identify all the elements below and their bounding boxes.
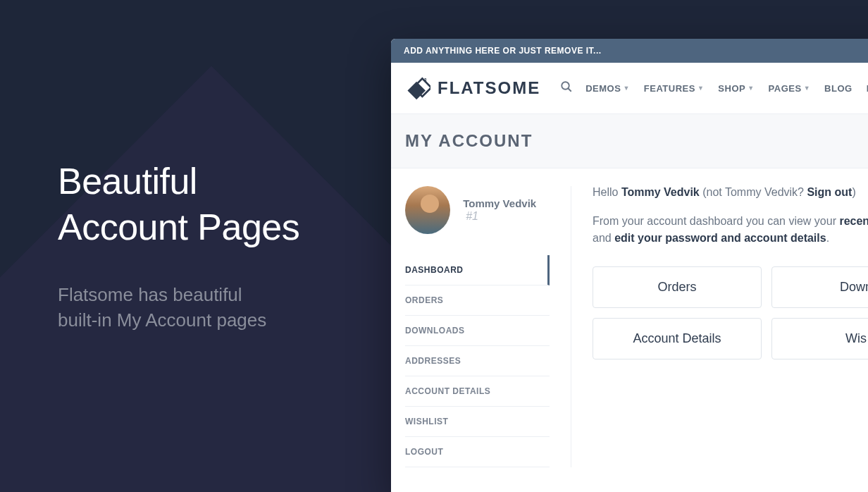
search-icon[interactable] (560, 80, 573, 96)
profile-block: Tommy Vedvik #1 (405, 186, 550, 234)
chevron-down-icon: ▼ (748, 85, 754, 92)
nav-item-blog[interactable]: BLOG (824, 83, 852, 94)
greeting-text: Hello (593, 186, 621, 198)
chevron-down-icon: ▼ (623, 85, 629, 92)
logo-text: FLATSOME (438, 78, 540, 98)
dashboard-main: Hello Tommy Vedvik (not Tommy Vedvik? Si… (593, 186, 868, 467)
main-nav: DEMOS ▼ FEATURES ▼ SHOP ▼ PAGES ▼ BLOG E… (585, 83, 868, 94)
tile-wishlist[interactable]: Wis (771, 318, 868, 359)
promo-title-line: Beautiful (58, 161, 197, 202)
account-menu: DASHBOARD ORDERS DOWNLOADS ADDRESSES ACC… (405, 255, 550, 467)
chevron-down-icon: ▼ (804, 85, 810, 92)
topbar: ADD ANYTHING HERE OR JUST REMOVE IT... A… (391, 39, 868, 63)
nav-label: DEMOS (585, 83, 621, 94)
tile-account-details[interactable]: Account Details (593, 318, 762, 359)
greeting-text: (not Tommy Vedvik? (700, 186, 807, 198)
browser-window: ADD ANYTHING HERE OR JUST REMOVE IT... A… (391, 39, 868, 492)
nav-label: PAGES (769, 83, 802, 94)
vertical-divider (571, 186, 571, 467)
profile-name-wrap: Tommy Vedvik #1 (463, 197, 550, 223)
greeting-name: Tommy Vedvik (621, 186, 700, 198)
flatsome-logo-icon: 3 (405, 75, 430, 101)
sidebar-item-addresses[interactable]: ADDRESSES (405, 346, 550, 376)
desc-text: From your account dashboard you can view… (593, 215, 839, 227)
svg-line-4 (568, 88, 571, 92)
svg-text:3: 3 (424, 78, 427, 82)
page-title-bar: MY ACCOUNT (391, 114, 868, 168)
promo-title-line: Account Pages (58, 207, 299, 247)
tile-downloads[interactable]: Down (771, 266, 868, 308)
account-sidebar: Tommy Vedvik #1 DASHBOARD ORDERS DOWNLOA… (405, 186, 550, 467)
promo-sub-line: built-in My Account pages (58, 309, 266, 331)
topbar-links: About | Our St (863, 46, 868, 56)
sign-out-link[interactable]: Sign out (807, 186, 852, 198)
sidebar-item-account-details[interactable]: ACCOUNT DETAILS (405, 376, 550, 407)
site-header: 3 FLATSOME DEMOS ▼ FEATURES ▼ SHOP ▼ PA (391, 63, 868, 114)
sidebar-item-wishlist[interactable]: WISHLIST (405, 407, 550, 437)
promo-copy: Beautiful Account Pages Flatsome has bea… (58, 159, 299, 333)
sidebar-item-orders[interactable]: ORDERS (405, 285, 550, 316)
chevron-down-icon: ▼ (698, 85, 704, 92)
promo-sub-line: Flatsome has beautiful (58, 284, 242, 305)
profile-badge: #1 (466, 210, 478, 222)
account-body: Tommy Vedvik #1 DASHBOARD ORDERS DOWNLOA… (391, 168, 868, 492)
dashboard-description: From your account dashboard you can view… (593, 213, 868, 247)
promo-title: Beautiful Account Pages (58, 159, 299, 250)
topbar-message: ADD ANYTHING HERE OR JUST REMOVE IT... (404, 46, 602, 56)
recent-orders-link[interactable]: recen (839, 215, 868, 227)
page-title: MY ACCOUNT (405, 131, 868, 151)
desc-text: . (826, 232, 829, 244)
nav-label: SHOP (718, 83, 745, 94)
sidebar-item-logout[interactable]: LOGOUT (405, 437, 550, 467)
nav-item-pages[interactable]: PAGES ▼ (769, 83, 810, 94)
promo-subtitle: Flatsome has beautiful built-in My Accou… (58, 282, 299, 333)
greeting: Hello Tommy Vedvik (not Tommy Vedvik? Si… (593, 186, 868, 199)
greeting-text: ) (852, 186, 855, 198)
sidebar-item-downloads[interactable]: DOWNLOADS (405, 316, 550, 346)
sidebar-item-dashboard[interactable]: DASHBOARD (405, 255, 550, 285)
desc-text: and (593, 232, 614, 244)
nav-label: FEATURES (644, 83, 695, 94)
dashboard-tiles: Orders Down Account Details Wis (593, 266, 868, 359)
nav-item-features[interactable]: FEATURES ▼ (644, 83, 705, 94)
svg-point-3 (562, 82, 569, 90)
nav-item-demos[interactable]: DEMOS ▼ (585, 83, 630, 94)
avatar (405, 186, 450, 234)
profile-name: Tommy Vedvik (463, 197, 536, 209)
tile-orders[interactable]: Orders (593, 266, 762, 308)
nav-item-shop[interactable]: SHOP ▼ (718, 83, 754, 94)
edit-account-link[interactable]: edit your password and account details (614, 232, 826, 244)
nav-label: BLOG (824, 83, 852, 94)
logo[interactable]: 3 FLATSOME (405, 75, 540, 101)
